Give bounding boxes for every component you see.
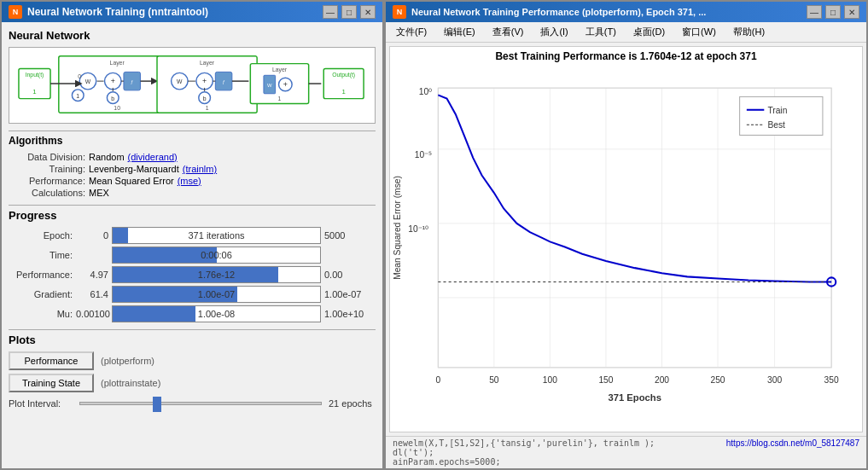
svg-text:+: + bbox=[283, 80, 288, 89]
grad-label: Gradient: bbox=[9, 289, 73, 299]
performance-chart-svg: 10⁰ 10⁻⁵ 10⁻¹⁰ 0 50 100 150 200 250 300 … bbox=[390, 66, 862, 425]
matlab-icon: N bbox=[9, 5, 22, 19]
mu-right: 1.00e+10 bbox=[324, 309, 376, 319]
svg-text:+: + bbox=[202, 77, 207, 85]
training-state-btn-label: (plottrainstate) bbox=[101, 378, 160, 388]
divider-3 bbox=[9, 329, 376, 330]
menu-help[interactable]: 帮助(H) bbox=[730, 24, 768, 40]
legend-best-label: Best bbox=[767, 120, 785, 130]
epoch-bar-fill bbox=[113, 228, 128, 243]
training-state-button[interactable]: Training State bbox=[9, 374, 94, 392]
epoch-left: 0 bbox=[76, 230, 108, 241]
maximize-button[interactable]: □ bbox=[341, 5, 357, 19]
svg-text:b: b bbox=[111, 96, 114, 102]
bottom-code-1: newelm(X,T,[S1,S2],{'tansig','purelin'},… bbox=[393, 438, 655, 448]
svg-text:+: + bbox=[111, 77, 115, 85]
plot-interval-row: Plot Interval: 21 epochs bbox=[9, 396, 376, 411]
svg-text:0: 0 bbox=[78, 73, 81, 79]
perf-left: 4.97 bbox=[76, 270, 108, 280]
mu-label: Mu: bbox=[9, 309, 73, 319]
divider-1 bbox=[9, 131, 376, 131]
nn-section-title: Neural Network bbox=[9, 29, 376, 42]
perf-bar: 1.76e-12 bbox=[112, 266, 321, 283]
plots-section: Plots Performance (plotperform) Training… bbox=[9, 334, 376, 411]
progress-section: Progress Epoch: 0 371 iterations 5000 Ti… bbox=[9, 209, 376, 322]
svg-text:W: W bbox=[177, 78, 183, 84]
menu-desktop[interactable]: 桌面(D) bbox=[630, 24, 668, 40]
bottom-text-area: newelm(X,T,[S1,S2],{'tansig','purelin'},… bbox=[386, 436, 866, 468]
bottom-link[interactable]: https://blog.csdn.net/m0_58127487 bbox=[726, 438, 859, 448]
slider-thumb[interactable] bbox=[153, 397, 161, 412]
svg-text:ƒ: ƒ bbox=[131, 79, 133, 84]
menu-insert[interactable]: 插入(I) bbox=[537, 24, 571, 40]
bottom-text-row-3: ainParam.epochs=5000; bbox=[393, 457, 859, 467]
right-minimize-button[interactable]: — bbox=[807, 5, 822, 19]
right-title-bar: N Neural Network Training Performance (p… bbox=[386, 2, 866, 22]
progress-row-epoch: Epoch: 0 371 iterations 5000 bbox=[9, 227, 376, 244]
menu-tools[interactable]: 工具(T) bbox=[582, 24, 620, 40]
left-panel-content: Neural Network Input(t) 1 Layer W 0 + bbox=[2, 22, 382, 468]
svg-text:b: b bbox=[203, 96, 207, 102]
right-panel: N Neural Network Training Performance (p… bbox=[384, 0, 868, 470]
menu-edit[interactable]: 编辑(E) bbox=[440, 24, 479, 40]
algorithms-section: Algorithms Data Division: Random (divide… bbox=[9, 135, 376, 198]
algo-row-2: Performance: Mean Squared Error (mse) bbox=[9, 176, 376, 186]
time-bar-text: 0:00:06 bbox=[201, 250, 232, 260]
right-title-controls: — □ ✕ bbox=[807, 5, 859, 19]
right-title-left: N Neural Network Training Performance (p… bbox=[393, 5, 706, 19]
svg-text:371 Epochs: 371 Epochs bbox=[608, 392, 661, 403]
svg-text:Input(t): Input(t) bbox=[26, 72, 44, 78]
svg-text:10: 10 bbox=[114, 105, 120, 111]
algo-link-1[interactable]: (trainlm) bbox=[183, 164, 217, 174]
bottom-code-3: ainParam.epochs=5000; bbox=[393, 457, 500, 467]
algo-value-3: MEX bbox=[89, 188, 109, 198]
plot-interval-label: Plot Interval: bbox=[9, 398, 73, 409]
svg-text:150: 150 bbox=[598, 375, 613, 385]
nn-diagram-svg: Input(t) 1 Layer W 0 + ƒ b bbox=[17, 51, 367, 119]
svg-text:W: W bbox=[267, 83, 272, 88]
grad-bar-text: 1.00e-07 bbox=[198, 289, 235, 299]
algo-label-0: Data Division: bbox=[9, 152, 85, 162]
algo-link-0[interactable]: (dividerand) bbox=[128, 152, 178, 162]
svg-text:10⁻⁵: 10⁻⁵ bbox=[415, 150, 432, 160]
right-close-button[interactable]: ✕ bbox=[844, 5, 859, 19]
svg-text:1: 1 bbox=[206, 105, 209, 111]
left-panel-title: Neural Network Training (nntraintool) bbox=[27, 6, 208, 18]
menu-window[interactable]: 窗口(W) bbox=[679, 24, 719, 40]
svg-text:Layer: Layer bbox=[110, 60, 125, 67]
chart-svg-container: 10⁰ 10⁻⁵ 10⁻¹⁰ 0 50 100 150 200 250 300 … bbox=[390, 66, 862, 425]
close-button[interactable]: ✕ bbox=[360, 5, 376, 19]
svg-text:1: 1 bbox=[341, 88, 345, 96]
algo-row-3: Calculations: MEX bbox=[9, 188, 376, 198]
perf-label: Performance: bbox=[9, 270, 73, 280]
algo-row-1: Training: Levenberg-Marquardt (trainlm) bbox=[9, 164, 376, 174]
svg-text:1: 1 bbox=[32, 88, 36, 96]
algo-value-0: Random bbox=[89, 152, 125, 162]
svg-text:Output(t): Output(t) bbox=[332, 72, 355, 78]
algo-value-1: Levenberg-Marquardt bbox=[89, 164, 179, 174]
mu-bar-fill bbox=[113, 306, 195, 322]
algo-link-2[interactable]: (mse) bbox=[178, 176, 201, 186]
epoch-bar: 371 iterations bbox=[112, 227, 321, 244]
right-maximize-button[interactable]: □ bbox=[825, 5, 841, 19]
progress-row-mu: Mu: 0.00100 1.00e-08 1.00e+10 bbox=[9, 305, 376, 322]
epoch-label: Epoch: bbox=[9, 230, 73, 241]
menu-view[interactable]: 查看(V) bbox=[489, 24, 527, 40]
legend-train-label: Train bbox=[767, 106, 787, 115]
menu-file[interactable]: 文件(F) bbox=[393, 24, 430, 40]
grad-left: 61.4 bbox=[76, 289, 108, 299]
mu-left: 0.00100 bbox=[76, 309, 108, 319]
performance-btn-row: Performance (plotperform) bbox=[9, 351, 376, 370]
minimize-button[interactable]: — bbox=[323, 5, 338, 19]
left-title-bar: N Neural Network Training (nntraintool) … bbox=[2, 2, 382, 22]
svg-text:10⁰: 10⁰ bbox=[419, 87, 432, 96]
algo-label-3: Calculations: bbox=[9, 188, 85, 198]
svg-text:0: 0 bbox=[435, 375, 440, 385]
grad-bar: 1.00e-07 bbox=[112, 286, 321, 303]
svg-text:Layer: Layer bbox=[272, 67, 288, 73]
algo-value-2: Mean Squared Error bbox=[89, 176, 174, 186]
chart-area: Best Training Performance is 1.7604e-12 … bbox=[389, 46, 863, 432]
right-matlab-icon: N bbox=[393, 5, 406, 19]
performance-button[interactable]: Performance bbox=[9, 351, 94, 370]
svg-text:50: 50 bbox=[489, 375, 499, 385]
